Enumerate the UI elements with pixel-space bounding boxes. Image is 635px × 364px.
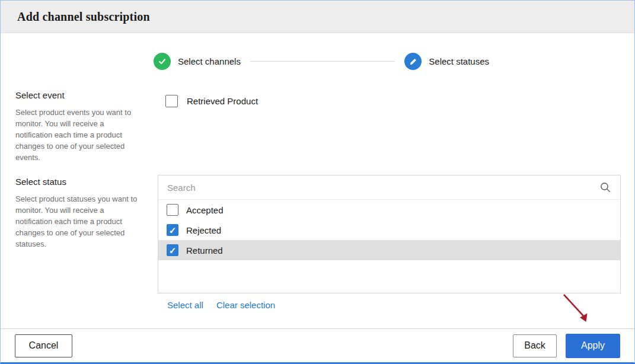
back-button[interactable]: Back [513,334,557,357]
select-status-description: Select product statuses you want to moni… [15,193,142,250]
stepper-connector [250,61,395,62]
status-search-row [158,175,620,200]
select-event-sidebar: Select event Select product events you w… [15,90,142,164]
add-channel-subscription-dialog: Add channel subscription Select channels… [0,0,635,364]
event-option-retrieved-product[interactable]: Retrieved Product [165,95,258,107]
step-label: Select statuses [429,56,489,66]
selection-links: Select all Clear selection [167,300,275,310]
checkbox-checked[interactable] [167,244,178,256]
status-options-list: Accepted Rejected Returned [158,200,620,260]
step-label: Select channels [178,56,241,66]
status-option-label: Accepted [186,205,224,215]
checkbox-unchecked[interactable] [165,95,178,107]
dialog-header: Add channel subscription [1,1,634,33]
checkbox-unchecked[interactable] [167,204,178,216]
step-select-statuses[interactable]: Select statuses [404,53,489,70]
clear-selection-link[interactable]: Clear selection [216,300,275,310]
apply-button[interactable]: Apply [566,334,620,358]
dialog-title: Add channel subscription [17,10,150,24]
step-select-channels[interactable]: Select channels [154,53,241,70]
cancel-button[interactable]: Cancel [15,334,72,357]
status-option-label: Returned [186,245,223,256]
select-event-description: Select product events you want to monito… [15,107,142,164]
wizard-stepper: Select channels Select statuses [154,53,489,70]
select-status-heading: Select status [15,177,142,187]
pencil-icon [404,53,422,70]
dialog-footer: Cancel Back Apply [1,328,634,362]
search-icon[interactable] [599,181,611,193]
select-status-sidebar: Select status Select product statuses yo… [15,177,142,250]
checkbox-checked[interactable] [167,224,178,236]
annotation-arrow [557,292,595,327]
search-input[interactable] [167,183,599,193]
select-all-link[interactable]: Select all [167,300,203,310]
status-option-rejected[interactable]: Rejected [158,220,620,240]
check-icon [154,53,171,70]
status-option-returned[interactable]: Returned [158,240,620,260]
status-option-accepted[interactable]: Accepted [158,200,620,220]
event-option-label: Retrieved Product [187,96,258,106]
status-option-label: Rejected [186,225,221,235]
status-list-panel: Accepted Rejected Returned [158,175,621,293]
select-event-heading: Select event [15,90,142,100]
